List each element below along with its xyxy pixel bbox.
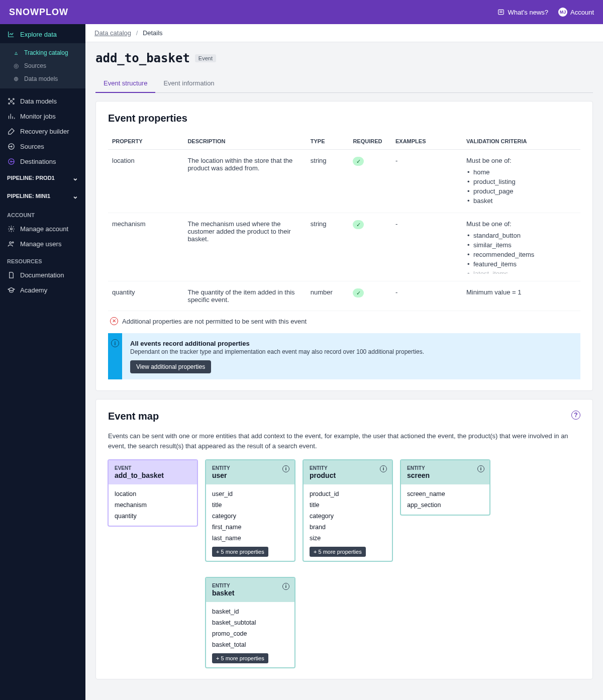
card-info-icon[interactable]: i bbox=[380, 465, 387, 472]
card-header: EVENTadd_to_basket bbox=[109, 460, 197, 484]
users-icon bbox=[7, 240, 15, 248]
validation-title: Must be one of: bbox=[466, 157, 576, 164]
whats-news-label: What's news? bbox=[508, 9, 549, 16]
card-property: screen_name bbox=[407, 488, 483, 499]
svg-point-3 bbox=[10, 100, 12, 102]
breadcrumb-root[interactable]: Data catalog bbox=[94, 29, 131, 37]
card-header: ENTITYproducti bbox=[304, 460, 392, 484]
tracking-catalog-icon: ▵ bbox=[12, 49, 20, 57]
sidebar-destinations-label: Destinations bbox=[20, 158, 56, 165]
info-banner: i All events record additional propertie… bbox=[108, 333, 580, 379]
sidebar-recovery-builder[interactable]: Recovery builder bbox=[0, 124, 85, 139]
properties-table: PROPERTY DESCRIPTION TYPE REQUIRED EXAMP… bbox=[108, 133, 580, 311]
table-row: mechanismThe mechanism used where the cu… bbox=[108, 213, 580, 281]
sidebar-monitor-jobs-label: Monitor jobs bbox=[20, 113, 56, 120]
sidebar-documentation[interactable]: Documentation bbox=[0, 267, 85, 282]
card-info-icon[interactable]: i bbox=[282, 465, 289, 472]
sidebar-sub-tracking-catalog[interactable]: ▵ Tracking catalog bbox=[0, 46, 85, 59]
validation-item: home bbox=[466, 167, 576, 177]
sidebar: Explore data ▵ Tracking catalog ◎ Source… bbox=[0, 24, 85, 700]
property-description: The location within the store that the p… bbox=[183, 150, 306, 213]
info-icon: i bbox=[111, 339, 119, 347]
page-title-tag: Event bbox=[195, 54, 216, 62]
sidebar-explore-data[interactable]: Explore data bbox=[0, 24, 85, 43]
sidebar-pipeline-prod1-label: PIPELINE: PROD1 bbox=[7, 175, 55, 181]
sidebar-pipeline-prod1[interactable]: PIPELINE: PROD1 bbox=[0, 169, 85, 187]
col-description: DESCRIPTION bbox=[183, 133, 306, 150]
gear-icon bbox=[7, 225, 15, 233]
property-description: The mechanism used where the customer ad… bbox=[183, 213, 306, 281]
validation-list: standard_buttonsimilar_itemsrecommended_… bbox=[466, 231, 576, 274]
account-label: Account bbox=[570, 9, 594, 16]
col-property: PROPERTY bbox=[108, 133, 183, 150]
card-property: promo_code bbox=[212, 628, 288, 639]
more-properties-button[interactable]: + 5 more properties bbox=[212, 653, 268, 663]
card-name: product bbox=[310, 471, 386, 479]
property-description: The quantity of the item added in this s… bbox=[183, 281, 306, 311]
sidebar-sub-sources-label: Sources bbox=[24, 62, 46, 69]
card-property: quantity bbox=[115, 511, 191, 522]
academy-icon bbox=[7, 286, 15, 294]
card-info-icon[interactable]: i bbox=[477, 465, 484, 472]
sidebar-data-models[interactable]: Data models bbox=[0, 93, 85, 109]
validation-list: homeproduct_listingproduct_pagebasket bbox=[466, 167, 576, 206]
more-properties-button[interactable]: + 5 more properties bbox=[212, 547, 268, 557]
sidebar-sources[interactable]: Sources bbox=[0, 139, 85, 154]
sidebar-sub-data-models[interactable]: ⊕ Data models bbox=[0, 72, 85, 85]
card-property: title bbox=[310, 499, 386, 511]
validation-item: latest_items bbox=[466, 269, 576, 274]
card-property: category bbox=[310, 511, 386, 522]
whats-news-link[interactable]: What's news? bbox=[497, 8, 549, 16]
tab-event-structure[interactable]: Event structure bbox=[95, 74, 155, 93]
sidebar-manage-users[interactable]: Manage users bbox=[0, 236, 85, 251]
brand-logo: SNOWPLOW bbox=[9, 7, 68, 18]
card-info-icon[interactable]: i bbox=[282, 583, 289, 590]
card-property: first_name bbox=[212, 522, 288, 533]
more-properties-button[interactable]: + 5 more properties bbox=[310, 547, 366, 557]
event-map-card[interactable]: ENTITYbasketibasket_idbasket_subtotalpro… bbox=[206, 577, 295, 668]
svg-point-7 bbox=[13, 103, 14, 104]
card-property: app_section bbox=[407, 499, 483, 511]
card-property: size bbox=[310, 533, 386, 544]
property-validation: Must be one of:standard_buttonsimilar_it… bbox=[462, 213, 580, 281]
event-map-card[interactable]: ENTITYscreeniscreen_nameapp_section bbox=[400, 460, 490, 515]
document-icon bbox=[7, 271, 15, 279]
view-additional-properties-button[interactable]: View additional properties bbox=[130, 360, 211, 373]
sidebar-academy[interactable]: Academy bbox=[0, 282, 85, 297]
sidebar-documentation-label: Documentation bbox=[20, 271, 64, 279]
event-map-card[interactable]: EVENTadd_to_basketlocationmechanismquant… bbox=[108, 460, 197, 526]
account-menu[interactable]: MJ Account bbox=[558, 8, 594, 17]
tab-event-information[interactable]: Event information bbox=[155, 74, 222, 92]
svg-point-12 bbox=[12, 242, 14, 243]
help-icon[interactable]: ? bbox=[571, 411, 580, 420]
card-property: title bbox=[212, 499, 288, 511]
validation-item: product_listing bbox=[466, 177, 576, 186]
validation-item: recommended_items bbox=[466, 250, 576, 259]
event-map-card[interactable]: ENTITYproductiproduct_idtitlecategorybra… bbox=[303, 460, 392, 561]
sidebar-manage-users-label: Manage users bbox=[20, 240, 61, 248]
card-name: add_to_basket bbox=[115, 471, 191, 479]
tabs: Event structure Event information bbox=[95, 74, 593, 93]
event-properties-panel: Event properties PROPERTY DESCRIPTION TY… bbox=[95, 101, 593, 391]
sidebar-manage-account[interactable]: Manage account bbox=[0, 221, 85, 236]
explore-icon bbox=[7, 30, 15, 38]
breadcrumb: Data catalog / Details bbox=[85, 24, 603, 42]
property-name: location bbox=[108, 150, 183, 213]
property-examples: - bbox=[391, 150, 462, 213]
sidebar-monitor-jobs[interactable]: Monitor jobs bbox=[0, 109, 85, 124]
property-examples: - bbox=[391, 213, 462, 281]
required-check-icon: ✓ bbox=[353, 220, 364, 229]
data-models-sub-icon: ⊕ bbox=[12, 75, 20, 83]
sidebar-destinations[interactable]: Destinations bbox=[0, 154, 85, 169]
property-name: mechanism bbox=[108, 213, 183, 281]
avatar: MJ bbox=[558, 8, 567, 17]
event-map-card[interactable]: ENTITYuseriuser_idtitlecategoryfirst_nam… bbox=[206, 460, 295, 561]
col-required: REQUIRED bbox=[349, 133, 391, 150]
sidebar-sub-sources[interactable]: ◎ Sources bbox=[0, 59, 85, 72]
validation-item: product_page bbox=[466, 186, 576, 196]
sidebar-explore-label: Explore data bbox=[20, 31, 57, 38]
info-banner-bar: i bbox=[108, 333, 122, 379]
card-property: last_name bbox=[212, 533, 288, 544]
col-type: TYPE bbox=[307, 133, 349, 150]
sidebar-pipeline-mini1[interactable]: PIPELINE: MINI1 bbox=[0, 187, 85, 205]
